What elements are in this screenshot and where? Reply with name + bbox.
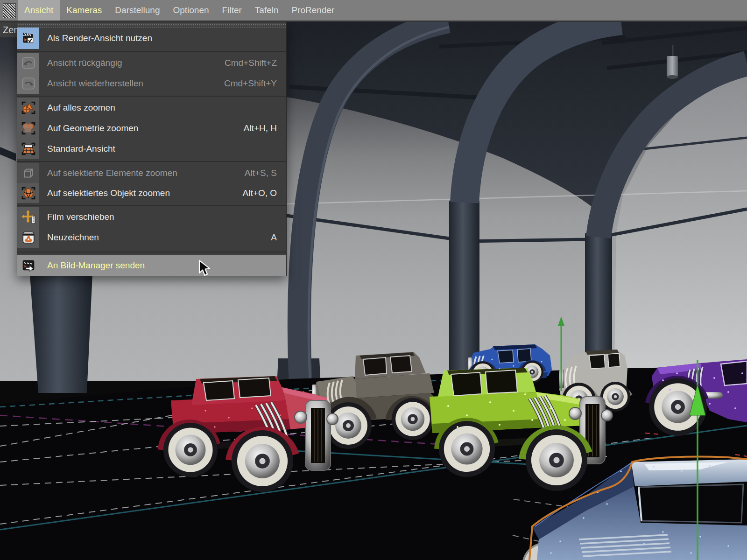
viewport-menubar: Ansicht Kameras Darstellung Optionen Fil… (0, 0, 747, 22)
menu-item-shortcut: Alt+H, H (244, 123, 286, 133)
menu-item-shortcut: Alt+O, O (243, 188, 286, 198)
menu-item-auf-selektierte-elemente-zoomen[interactable]: Auf selektierte Elemente zoomen Alt+S, S (17, 163, 286, 183)
menu-item-label: Ansicht wiederherstellen (39, 78, 224, 89)
redo-icon (17, 73, 39, 94)
menu-item-shortcut: Cmd+Shift+Y (224, 78, 286, 89)
menu-tearoff-strip[interactable] (17, 22, 286, 28)
menu-item-auf-selektiertes-objekt-zoomen[interactable]: Auf selektiertes Objekt zoomen Alt+O, O (17, 183, 286, 203)
menu-item-an-bild-manager-senden[interactable]: An Bild-Manager senden (17, 255, 286, 276)
menu-item-shortcut: Alt+S, S (245, 168, 286, 178)
menu-item-auf-geometrie-zoomen[interactable]: Auf Geometrie zoomen Alt+H, H (17, 118, 286, 139)
move-film-icon (17, 207, 39, 227)
menubar-item-tafeln[interactable]: Tafeln (248, 0, 285, 21)
menu-separator (17, 94, 286, 98)
menu-item-label: Film verschieben (39, 212, 277, 222)
zoom-selected-object-icon (17, 183, 39, 203)
send-to-picture-manager-icon (17, 255, 39, 276)
menubar-item-kameras[interactable]: Kameras (60, 0, 108, 21)
undo-icon (17, 53, 39, 73)
menu-separator (17, 203, 286, 207)
menu-item-neuzeichnen[interactable]: Neuzeichnen A (17, 227, 286, 248)
standard-view-icon (17, 139, 39, 159)
menubar-item-prorender[interactable]: ProRender (285, 0, 341, 21)
menu-item-label: Ansicht rückgängig (39, 58, 225, 68)
menu-item-auf-alles-zoomen[interactable]: Auf alles zoomen (17, 98, 286, 118)
menubar-item-ansicht[interactable]: Ansicht (18, 0, 60, 21)
menu-item-shortcut: Cmd+Shift+Z (225, 58, 286, 68)
menu-item-standard-ansicht[interactable]: Standard-Ansicht (17, 139, 286, 159)
menu-item-label: An Bild-Manager senden (39, 260, 277, 271)
menu-item-label: Auf selektiertes Objekt zoomen (39, 188, 243, 198)
menu-separator (17, 248, 286, 255)
menu-item-label: Als Render-Ansicht nutzen (39, 33, 277, 43)
menu-item-ansicht-wiederherstellen[interactable]: Ansicht wiederherstellen Cmd+Shift+Y (17, 73, 286, 94)
menu-item-ansicht-rueckgaengig[interactable]: Ansicht rückgängig Cmd+Shift+Z (17, 53, 286, 73)
ansicht-dropdown-menu: Als Render-Ansicht nutzen Ansicht rückgä… (17, 22, 287, 276)
render-view-icon (17, 28, 39, 49)
menu-item-als-render-ansicht-nutzen[interactable]: Als Render-Ansicht nutzen (17, 28, 286, 49)
menu-separator (17, 49, 286, 53)
zoom-selected-elements-icon (17, 163, 39, 183)
redraw-icon (17, 227, 39, 248)
menu-item-label: Auf Geometrie zoomen (39, 123, 244, 133)
menu-separator (17, 159, 286, 163)
mouse-cursor (198, 259, 211, 279)
menu-item-shortcut: A (271, 232, 286, 243)
zoom-all-icon (17, 98, 39, 118)
menu-item-film-verschieben[interactable]: Film verschieben (17, 207, 286, 227)
menubar-item-optionen[interactable]: Optionen (166, 0, 215, 21)
menu-item-label: Standard-Ansicht (39, 144, 277, 154)
zoom-geometry-icon (17, 118, 39, 139)
palette-grip-icon[interactable] (3, 3, 16, 18)
pillar-below-menu (30, 274, 92, 393)
menubar-item-filter[interactable]: Filter (216, 0, 248, 21)
menubar-item-darstellung[interactable]: Darstellung (108, 0, 166, 21)
menu-item-label: Auf alles zoomen (39, 103, 277, 113)
menu-item-label: Auf selektierte Elemente zoomen (39, 168, 245, 178)
menu-item-label: Neuzeichnen (39, 232, 271, 243)
